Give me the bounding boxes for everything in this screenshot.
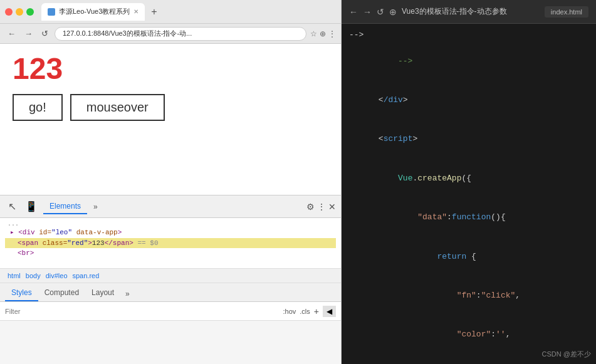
breadcrumb-bar: html body div#leo span.red [0, 268, 341, 283]
code-line-6: return { [349, 237, 588, 276]
code-line-1: --> [349, 42, 588, 81]
code-breadcrumb-text: Vue3的模板语法-指令-动态参数 [402, 6, 507, 17]
code-line-8: "color":'', [349, 316, 588, 355]
code-panel: ← → ↺ ⊕ Vue3的模板语法-指令-动态参数 index.html -->… [342, 0, 596, 364]
devtools-settings-icon[interactable]: ⚙ [306, 202, 315, 212]
code-back-icon[interactable]: ← [349, 7, 358, 17]
devtools-topbar: ↖ 📱 Elements » ⚙ ⋮ ✕ [0, 195, 341, 218]
mouseover-button[interactable]: mouseover [70, 94, 165, 121]
code-line-3: <script> [349, 120, 588, 159]
code-line-7: "fn":"click", [349, 276, 588, 315]
tab-computed[interactable]: Computed [38, 284, 85, 301]
page-content: 123 go! mouseover [0, 44, 341, 195]
code-forward-icon[interactable]: → [363, 7, 372, 17]
devtools-more-icon[interactable]: » [90, 200, 102, 214]
breadcrumb-html[interactable]: html [5, 272, 23, 279]
csdn-watermark: CSDN @差不少 [542, 350, 591, 359]
tab-favicon [48, 8, 55, 16]
minimize-button[interactable] [16, 8, 23, 16]
new-tab-button[interactable]: + [147, 5, 160, 19]
back-button[interactable]: ← [5, 28, 18, 39]
tab-close-icon[interactable]: ✕ [133, 8, 139, 15]
filter-input[interactable] [5, 308, 280, 315]
browser-panel: 李源Leo-Vue3教程系列 ✕ + ← → ↺ ☆ ⊕ ⋮ 123 go! m… [0, 0, 342, 364]
dom-line-2[interactable]: <span class="red">123</span> == $0 [5, 238, 336, 249]
code-home-icon[interactable]: ⊕ [389, 7, 397, 17]
filter-arrow-button[interactable]: ◀ [323, 306, 336, 317]
dom-dots: ... [5, 221, 336, 227]
page-number: 123 [13, 54, 328, 84]
bookmark-icon[interactable]: ☆ [310, 29, 317, 38]
code-line-5: "data":function(){ [349, 198, 588, 237]
code-refresh-icon[interactable]: ↺ [377, 7, 384, 17]
code-content: --> --> </div> <script> Vue.createApp({ … [342, 24, 596, 364]
extension-icon[interactable]: ⊕ [320, 29, 326, 38]
filter-hov-button[interactable]: :hov [283, 308, 296, 315]
dom-line-1[interactable]: ▸ <div id="leo" data-v-app> [5, 227, 336, 238]
address-bar: ← → ↺ ☆ ⊕ ⋮ [0, 24, 341, 44]
code-breadcrumb: Vue3的模板语法-指令-动态参数 [402, 6, 507, 17]
devtools-panel: ↖ 📱 Elements » ⚙ ⋮ ✕ ... ▸ <div id="leo"… [0, 195, 341, 364]
tab-layout[interactable]: Layout [85, 284, 120, 301]
page-buttons: go! mouseover [13, 94, 328, 121]
dom-view: ... ▸ <div id="leo" data-v-app> <span cl… [0, 218, 341, 268]
maximize-button[interactable] [26, 8, 34, 16]
tab-title: 李源Leo-Vue3教程系列 [59, 7, 130, 16]
filter-cls-button[interactable]: .cls [300, 308, 310, 315]
traffic-lights [5, 8, 34, 16]
forward-button[interactable]: → [22, 28, 35, 39]
tab-bar: 李源Leo-Vue3教程系列 ✕ + [41, 3, 336, 21]
code-line-2: </div> [349, 81, 588, 120]
close-button[interactable] [5, 8, 13, 16]
inspector-icon[interactable]: ↖ [5, 198, 19, 215]
code-file-tab[interactable]: index.html [545, 6, 588, 18]
code-nav-icons: ← → ↺ ⊕ [349, 7, 397, 17]
filter-bar: :hov .cls + ◀ [0, 302, 341, 321]
browser-tab[interactable]: 李源Leo-Vue3教程系列 ✕ [41, 3, 145, 21]
tab-styles[interactable]: Styles [5, 284, 38, 301]
devtools-menu-icon[interactable]: ⋮ [317, 202, 326, 212]
breadcrumb-span[interactable]: span.red [70, 272, 102, 279]
url-input[interactable] [55, 27, 306, 41]
browser-topbar: 李源Leo-Vue3教程系列 ✕ + [0, 0, 341, 24]
refresh-button[interactable]: ↺ [39, 28, 51, 39]
breadcrumb-body[interactable]: body [23, 272, 43, 279]
styles-tabs: Styles Computed Layout » [0, 283, 341, 302]
device-icon[interactable]: 📱 [22, 198, 41, 215]
code-line-4: Vue.createApp({ [349, 159, 588, 198]
styles-tab-more-icon[interactable]: » [120, 286, 135, 301]
go-button[interactable]: go! [13, 94, 63, 121]
filter-add-icon[interactable]: + [314, 306, 319, 316]
code-topbar: ← → ↺ ⊕ Vue3的模板语法-指令-动态参数 index.html [342, 0, 596, 24]
devtools-close-icon[interactable]: ✕ [328, 202, 336, 212]
breadcrumb-div[interactable]: div#leo [43, 272, 70, 279]
dom-line-3[interactable]: <br> [5, 248, 336, 259]
tab-elements[interactable]: Elements [43, 199, 87, 214]
address-bar-icons: ☆ ⊕ ⋮ [310, 29, 336, 38]
menu-icon[interactable]: ⋮ [328, 29, 336, 38]
